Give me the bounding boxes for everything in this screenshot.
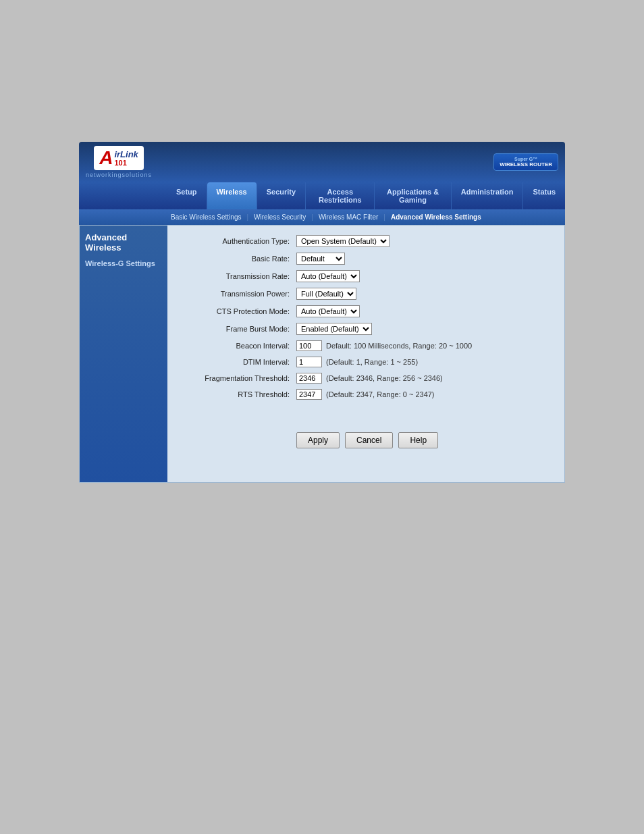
sub-tab-security[interactable]: Wireless Security bbox=[250, 212, 310, 222]
header: A irLink 101 networkingsolutions Super G… bbox=[79, 142, 565, 182]
sub-nav-sep1: | bbox=[246, 213, 248, 221]
select-basic-rate[interactable]: Default 1-2 Mbps All bbox=[296, 253, 345, 265]
control-rts: (Default: 2347, Range: 0 ~ 2347) bbox=[296, 389, 435, 400]
tab-applications-gaming[interactable]: Applications & Gaming bbox=[375, 182, 451, 209]
tab-administration[interactable]: Administration bbox=[452, 182, 524, 209]
label-basic-rate: Basic Rate: bbox=[178, 255, 296, 263]
logo-area: A irLink 101 networkingsolutions bbox=[86, 146, 152, 178]
sub-tab-basic[interactable]: Basic Wireless Settings bbox=[167, 212, 245, 222]
hint-beacon: Default: 100 Milliseconds, Range: 20 ~ 1… bbox=[326, 342, 472, 350]
control-beacon: Default: 100 Milliseconds, Range: 20 ~ 1… bbox=[296, 340, 472, 351]
row-basic-rate: Basic Rate: Default 1-2 Mbps All bbox=[178, 253, 554, 265]
label-tx-power: Transmission Power: bbox=[178, 290, 296, 298]
tab-wireless[interactable]: Wireless bbox=[207, 182, 257, 209]
select-tx-power[interactable]: Full (Default) Half Quarter Eighth Minim… bbox=[296, 288, 356, 300]
hint-rts: (Default: 2347, Range: 0 ~ 2347) bbox=[326, 390, 435, 398]
row-tx-power: Transmission Power: Full (Default) Half … bbox=[178, 288, 554, 300]
tab-status[interactable]: Status bbox=[523, 182, 565, 209]
logo-a-letter: A bbox=[99, 149, 113, 167]
input-rts[interactable] bbox=[296, 389, 322, 400]
apply-button[interactable]: Apply bbox=[296, 432, 340, 448]
select-frame-burst[interactable]: Enabled (Default) Disabled bbox=[296, 323, 372, 335]
select-auth-type[interactable]: Open System (Default) Shared Key Auto bbox=[296, 235, 390, 247]
super-g-badge: Super G™ WIRELESS ROUTER bbox=[493, 153, 558, 171]
sub-nav-sep3: | bbox=[383, 213, 385, 221]
tab-setup[interactable]: Setup bbox=[167, 182, 207, 209]
input-fragmentation[interactable] bbox=[296, 373, 322, 384]
sub-tab-advanced[interactable]: Advanced Wireless Settings bbox=[387, 212, 485, 222]
help-button[interactable]: Help bbox=[398, 432, 438, 448]
label-tx-rate: Transmission Rate: bbox=[178, 272, 296, 280]
sidebar: Advanced Wireless Wireless-G Settings bbox=[80, 226, 167, 482]
control-frame-burst: Enabled (Default) Disabled bbox=[296, 323, 372, 335]
input-dtim[interactable] bbox=[296, 357, 322, 367]
tab-access-restrictions[interactable]: Access Restrictions bbox=[306, 182, 375, 209]
logo-box: A irLink 101 bbox=[94, 146, 144, 170]
logo-101: 101 bbox=[114, 159, 138, 167]
row-rts: RTS Threshold: (Default: 2347, Range: 0 … bbox=[178, 389, 554, 400]
control-basic-rate: Default 1-2 Mbps All bbox=[296, 253, 345, 265]
row-fragmentation: Fragmentation Threshold: (Default: 2346,… bbox=[178, 373, 554, 384]
label-rts: RTS Threshold: bbox=[178, 390, 296, 398]
control-fragmentation: (Default: 2346, Range: 256 ~ 2346) bbox=[296, 373, 443, 384]
control-tx-rate: Auto (Default) 1 Mbps 2 Mbps 5.5 Mbps 11… bbox=[296, 270, 360, 282]
control-cts: Auto (Default) Disabled Enabled bbox=[296, 305, 360, 317]
label-auth-type: Authentication Type: bbox=[178, 237, 296, 245]
row-auth-type: Authentication Type: Open System (Defaul… bbox=[178, 235, 554, 247]
control-dtim: (Default: 1, Range: 1 ~ 255) bbox=[296, 357, 418, 367]
content-area: Advanced Wireless Wireless-G Settings Au… bbox=[79, 225, 565, 483]
main-content: Authentication Type: Open System (Defaul… bbox=[167, 226, 564, 482]
sub-nav-sep2: | bbox=[311, 213, 313, 221]
row-tx-rate: Transmission Rate: Auto (Default) 1 Mbps… bbox=[178, 270, 554, 282]
label-fragmentation: Fragmentation Threshold: bbox=[178, 374, 296, 382]
select-tx-rate[interactable]: Auto (Default) 1 Mbps 2 Mbps 5.5 Mbps 11… bbox=[296, 270, 360, 282]
hint-fragmentation: (Default: 2346, Range: 256 ~ 2346) bbox=[326, 374, 443, 382]
sub-tab-mac-filter[interactable]: Wireless MAC Filter bbox=[315, 212, 382, 222]
row-dtim: DTIM Interval: (Default: 1, Range: 1 ~ 2… bbox=[178, 357, 554, 367]
label-cts: CTS Protection Mode: bbox=[178, 307, 296, 315]
hint-dtim: (Default: 1, Range: 1 ~ 255) bbox=[326, 358, 418, 366]
footer-buttons: Apply Cancel Help bbox=[178, 432, 554, 448]
main-nav: Setup Wireless Security Access Restricti… bbox=[79, 182, 565, 209]
sidebar-item-wireless-g: Wireless-G Settings bbox=[85, 258, 162, 269]
logo-sub: networkingsolutions bbox=[86, 172, 152, 178]
row-beacon: Beacon Interval: Default: 100 Millisecon… bbox=[178, 340, 554, 351]
cancel-button[interactable]: Cancel bbox=[345, 432, 393, 448]
row-cts: CTS Protection Mode: Auto (Default) Disa… bbox=[178, 305, 554, 317]
select-cts[interactable]: Auto (Default) Disabled Enabled bbox=[296, 305, 360, 317]
label-dtim: DTIM Interval: bbox=[178, 358, 296, 366]
logo-irlink: irLink bbox=[114, 150, 138, 159]
tab-security[interactable]: Security bbox=[257, 182, 306, 209]
control-tx-power: Full (Default) Half Quarter Eighth Minim… bbox=[296, 288, 356, 300]
sub-nav: Basic Wireless Settings | Wireless Secur… bbox=[79, 209, 565, 225]
label-beacon: Beacon Interval: bbox=[178, 342, 296, 350]
super-g-line1: Super G™ bbox=[500, 157, 552, 161]
super-g-line2: WIRELESS ROUTER bbox=[500, 161, 552, 167]
control-auth-type: Open System (Default) Shared Key Auto bbox=[296, 235, 390, 247]
row-frame-burst: Frame Burst Mode: Enabled (Default) Disa… bbox=[178, 323, 554, 335]
sidebar-title: Advanced Wireless bbox=[85, 232, 162, 253]
input-beacon[interactable] bbox=[296, 340, 322, 351]
label-frame-burst: Frame Burst Mode: bbox=[178, 325, 296, 333]
